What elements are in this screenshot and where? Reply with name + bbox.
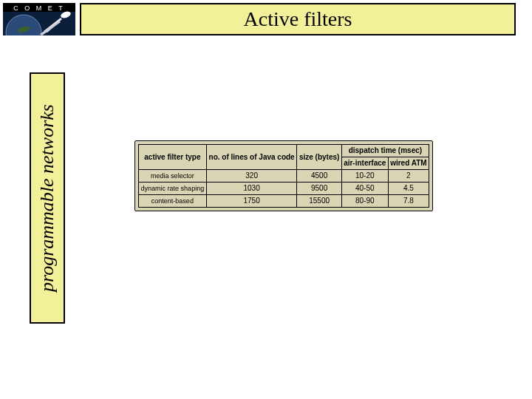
col-atm: wired ATM: [388, 157, 429, 170]
cell-label: dynamic rate shaping: [139, 183, 207, 195]
col-size: size (bytes): [297, 145, 341, 170]
cell-bytes: 4500: [297, 170, 341, 183]
col-filter-type: active filter type: [139, 145, 207, 170]
sidebar-label: programmable networks: [36, 104, 58, 292]
table-row: media selector 320 4500 10-20 2: [139, 170, 429, 183]
filters-table-container: active filter type no. of lines of Java …: [134, 140, 433, 211]
logo-text: C O M E T: [13, 4, 64, 12]
cell-label: media selector: [139, 170, 207, 183]
table-row: dynamic rate shaping 1030 9500 40-50 4.5: [139, 183, 429, 195]
cell-lines: 320: [206, 170, 297, 183]
cell-label: content-based: [139, 195, 207, 208]
cell-atm: 4.5: [388, 183, 429, 195]
sidebar-banner: programmable networks: [30, 72, 65, 324]
cell-bytes: 9500: [297, 183, 341, 195]
col-lines: no. of lines of Java code: [206, 145, 297, 170]
cell-bytes: 15500: [297, 195, 341, 208]
cell-atm: 2: [388, 170, 429, 183]
cell-atm: 7.8: [388, 195, 429, 208]
filters-table: active filter type no. of lines of Java …: [138, 144, 429, 208]
table-row: content-based 1750 15500 80-90 7.8: [139, 195, 429, 208]
cell-air: 10-20: [341, 170, 388, 183]
title-banner: Active filters: [80, 3, 516, 35]
col-dispatch: dispatch time (msec): [341, 145, 429, 157]
page-title: Active filters: [244, 7, 352, 31]
col-air: air-interface: [341, 157, 388, 170]
cell-air: 40-50: [341, 183, 388, 195]
cell-lines: 1750: [206, 195, 297, 208]
cell-air: 80-90: [341, 195, 388, 208]
cell-lines: 1030: [206, 183, 297, 195]
comet-logo: C O M E T: [3, 3, 75, 35]
